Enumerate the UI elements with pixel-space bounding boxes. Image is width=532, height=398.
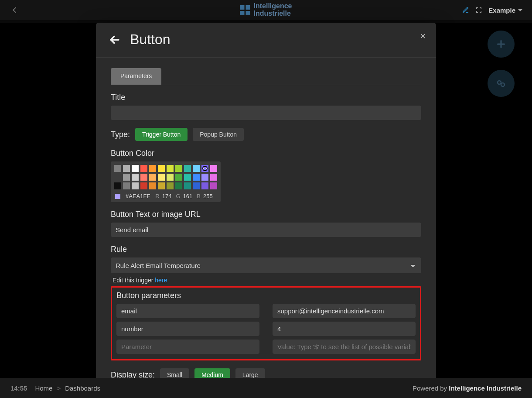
color-swatch[interactable] — [132, 182, 139, 189]
color-swatch[interactable] — [140, 174, 147, 181]
type-trigger-button[interactable]: Trigger Button — [135, 128, 188, 141]
crumb-sep: > — [57, 384, 61, 392]
color-swatch[interactable] — [210, 165, 217, 172]
modal-back-icon[interactable] — [108, 33, 121, 46]
color-swatch[interactable] — [201, 165, 208, 172]
rule-select[interactable]: Rule Alert Email Temperature — [111, 257, 421, 273]
fullscreen-icon[interactable] — [475, 7, 482, 14]
footer-clock: 14:55 — [10, 384, 27, 392]
param-value-input[interactable] — [273, 322, 416, 336]
param-value-input-new[interactable] — [273, 340, 416, 354]
button-parameters-box: Button parameters — [111, 286, 421, 360]
color-sample-icon — [115, 194, 120, 199]
button-parameters-label: Button parameters — [116, 291, 416, 300]
color-swatch[interactable] — [140, 182, 147, 189]
color-readout: #AEA1FFR174G161B255 — [114, 192, 217, 200]
color-swatch[interactable] — [114, 182, 121, 189]
color-swatch[interactable] — [167, 174, 174, 181]
back-icon[interactable] — [10, 5, 19, 15]
modal-title: Button — [130, 31, 171, 48]
color-swatch[interactable] — [132, 174, 139, 181]
color-swatch[interactable] — [201, 174, 208, 181]
color-swatch[interactable] — [149, 165, 156, 172]
param-key-input-new[interactable] — [116, 340, 259, 354]
brand-line2: Industrielle — [253, 10, 292, 17]
add-fab[interactable] — [488, 31, 515, 58]
color-picker: #AEA1FFR174G161B255 — [111, 161, 221, 202]
color-swatch[interactable] — [193, 182, 200, 189]
tab-parameters[interactable]: Parameters — [111, 68, 161, 85]
modal-tabs: Parameters — [111, 68, 421, 85]
color-swatch[interactable] — [210, 174, 217, 181]
crumb-dashboards[interactable]: Dashboards — [65, 384, 100, 392]
button-text-label: Button Text or image URL — [111, 210, 421, 219]
color-swatch[interactable] — [175, 182, 182, 189]
powered-brand: Intelligence Industrielle — [449, 384, 522, 392]
type-label: Type: — [111, 130, 130, 139]
title-field-label: Title — [111, 93, 421, 102]
type-popup-button[interactable]: Popup Button — [193, 128, 244, 141]
param-key-input[interactable] — [116, 304, 259, 318]
edit-trigger-link[interactable]: here — [155, 277, 167, 284]
color-swatch[interactable] — [184, 165, 191, 172]
link-fab[interactable] — [488, 70, 515, 97]
param-value-input[interactable] — [273, 304, 416, 318]
color-swatch[interactable] — [193, 174, 200, 181]
color-swatch[interactable] — [158, 182, 165, 189]
example-dropdown-label: Example — [488, 7, 515, 14]
button-text-input[interactable] — [111, 223, 421, 237]
svg-point-0 — [498, 81, 501, 84]
color-swatch[interactable] — [184, 174, 191, 181]
svg-point-1 — [501, 83, 505, 86]
color-swatch[interactable] — [175, 174, 182, 181]
color-swatch[interactable] — [132, 165, 139, 172]
edit-trigger-prefix: Edit this trigger — [113, 277, 155, 284]
button-config-modal: Button × Parameters Title Type: Trigger … — [96, 23, 436, 398]
powered-by: Powered by Intelligence Industrielle — [413, 384, 522, 392]
color-swatch[interactable] — [123, 174, 130, 181]
chevron-down-icon — [518, 9, 522, 11]
color-swatch[interactable] — [123, 182, 130, 189]
example-dropdown[interactable]: Example — [488, 7, 522, 14]
color-swatch[interactable] — [193, 165, 200, 172]
color-swatch[interactable] — [184, 182, 191, 189]
crumb-home[interactable]: Home — [35, 384, 52, 392]
color-swatch[interactable] — [167, 182, 174, 189]
topbar: Intelligence Industrielle Example — [0, 0, 532, 23]
color-swatch[interactable] — [140, 165, 147, 172]
color-swatch[interactable] — [201, 182, 208, 189]
fab-stack — [488, 31, 515, 97]
brand-mark-icon — [240, 5, 250, 15]
brand-line1: Intelligence — [253, 3, 292, 10]
title-input[interactable] — [111, 106, 421, 120]
edit-icon[interactable] — [462, 7, 469, 14]
param-key-input[interactable] — [116, 322, 259, 336]
close-icon[interactable]: × — [420, 31, 426, 42]
color-swatch[interactable] — [114, 165, 121, 172]
color-swatch[interactable] — [175, 165, 182, 172]
modal-header: Button × — [96, 23, 436, 58]
color-swatch[interactable] — [210, 182, 217, 189]
color-swatch[interactable] — [158, 174, 165, 181]
color-swatch[interactable] — [123, 165, 130, 172]
footer-bar: 14:55 Home > Dashboards Powered by Intel… — [0, 378, 532, 398]
color-hex: #AEA1FF — [126, 193, 150, 199]
rule-label: Rule — [111, 245, 421, 254]
button-color-label: Button Color — [111, 149, 421, 158]
color-swatch[interactable] — [149, 174, 156, 181]
powered-prefix: Powered by — [413, 384, 449, 392]
brand-logo: Intelligence Industrielle — [240, 3, 292, 17]
breadcrumb: Home > Dashboards — [35, 384, 100, 392]
color-swatch[interactable] — [158, 165, 165, 172]
color-swatch[interactable] — [167, 165, 174, 172]
color-swatch[interactable] — [149, 182, 156, 189]
edit-trigger-helper: Edit this trigger here — [113, 277, 421, 284]
